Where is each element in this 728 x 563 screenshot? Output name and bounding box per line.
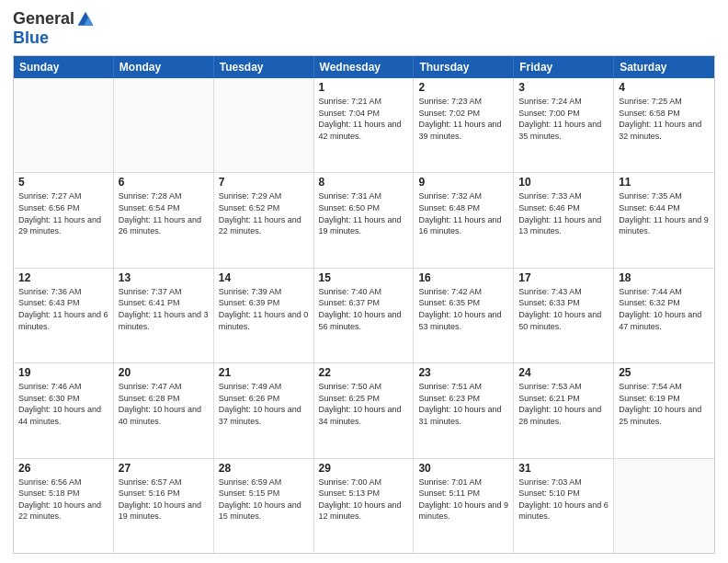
calendar-cell: 30Sunrise: 7:01 AM Sunset: 5:11 PM Dayli… [414,459,514,553]
calendar-header: SundayMondayTuesdayWednesdayThursdayFrid… [14,56,714,78]
day-number: 14 [219,271,309,284]
day-info: Sunrise: 7:31 AM Sunset: 6:50 PM Dayligh… [319,190,409,236]
header-day-tuesday: Tuesday [214,56,314,78]
day-number: 20 [119,366,209,379]
day-number: 30 [418,462,508,475]
calendar-body: 1Sunrise: 7:21 AM Sunset: 7:04 PM Daylig… [14,78,714,553]
calendar-row-0: 1Sunrise: 7:21 AM Sunset: 7:04 PM Daylig… [14,78,714,172]
calendar-cell: 15Sunrise: 7:40 AM Sunset: 6:37 PM Dayli… [314,269,415,362]
day-info: Sunrise: 7:42 AM Sunset: 6:35 PM Dayligh… [418,286,508,332]
day-number: 26 [18,462,108,475]
day-number: 4 [619,81,710,94]
calendar-cell: 13Sunrise: 7:37 AM Sunset: 6:41 PM Dayli… [114,269,214,362]
calendar-cell: 5Sunrise: 7:27 AM Sunset: 6:56 PM Daylig… [14,173,114,267]
day-info: Sunrise: 7:54 AM Sunset: 6:19 PM Dayligh… [619,381,710,427]
day-info: Sunrise: 7:43 AM Sunset: 6:33 PM Dayligh… [518,286,609,332]
day-number: 11 [619,176,710,189]
day-number: 21 [219,366,309,379]
day-info: Sunrise: 7:21 AM Sunset: 7:04 PM Dayligh… [319,96,409,142]
calendar-cell: 27Sunrise: 6:57 AM Sunset: 5:16 PM Dayli… [114,459,214,553]
day-number: 29 [319,462,409,475]
day-info: Sunrise: 7:23 AM Sunset: 7:02 PM Dayligh… [418,96,508,142]
day-info: Sunrise: 7:24 AM Sunset: 7:00 PM Dayligh… [518,96,609,142]
day-info: Sunrise: 7:46 AM Sunset: 6:30 PM Dayligh… [18,381,108,427]
day-info: Sunrise: 7:50 AM Sunset: 6:25 PM Dayligh… [319,381,409,427]
day-number: 3 [518,81,609,94]
day-number: 1 [319,81,409,94]
calendar-row-2: 12Sunrise: 7:36 AM Sunset: 6:43 PM Dayli… [14,268,714,362]
calendar-cell: 7Sunrise: 7:29 AM Sunset: 6:52 PM Daylig… [214,173,314,267]
calendar-cell: 31Sunrise: 7:03 AM Sunset: 5:10 PM Dayli… [514,459,614,553]
day-number: 6 [119,176,209,189]
calendar-row-4: 26Sunrise: 6:56 AM Sunset: 5:18 PM Dayli… [14,458,714,553]
calendar-cell: 2Sunrise: 7:23 AM Sunset: 7:02 PM Daylig… [414,78,514,172]
calendar: SundayMondayTuesdayWednesdayThursdayFrid… [13,55,715,554]
day-number: 28 [219,462,309,475]
page-container: General Blue SundayMondayTuesdayWednesda… [0,0,728,563]
calendar-cell [214,78,314,172]
day-info: Sunrise: 6:57 AM Sunset: 5:16 PM Dayligh… [119,477,209,523]
day-info: Sunrise: 7:35 AM Sunset: 6:44 PM Dayligh… [619,190,710,236]
day-number: 16 [418,271,508,284]
logo-blue-text: Blue [13,29,49,48]
logo: General Blue [13,9,95,48]
day-info: Sunrise: 7:44 AM Sunset: 6:32 PM Dayligh… [619,286,710,332]
day-info: Sunrise: 7:39 AM Sunset: 6:39 PM Dayligh… [219,286,309,332]
day-number: 8 [319,176,409,189]
calendar-cell [114,78,214,172]
day-number: 22 [319,366,409,379]
day-number: 23 [418,366,508,379]
day-info: Sunrise: 7:01 AM Sunset: 5:11 PM Dayligh… [418,477,508,523]
calendar-cell: 28Sunrise: 6:59 AM Sunset: 5:15 PM Dayli… [214,459,314,553]
calendar-cell [614,459,714,553]
calendar-cell: 22Sunrise: 7:50 AM Sunset: 6:25 PM Dayli… [314,363,415,457]
calendar-row-1: 5Sunrise: 7:27 AM Sunset: 6:56 PM Daylig… [14,172,714,267]
day-number: 31 [518,462,609,475]
day-info: Sunrise: 7:27 AM Sunset: 6:56 PM Dayligh… [18,190,108,236]
calendar-cell: 24Sunrise: 7:53 AM Sunset: 6:21 PM Dayli… [514,363,614,457]
day-number: 27 [119,462,209,475]
day-info: Sunrise: 7:00 AM Sunset: 5:13 PM Dayligh… [319,477,409,523]
day-info: Sunrise: 7:25 AM Sunset: 6:58 PM Dayligh… [619,96,710,142]
day-info: Sunrise: 7:51 AM Sunset: 6:23 PM Dayligh… [418,381,508,427]
calendar-cell: 9Sunrise: 7:32 AM Sunset: 6:48 PM Daylig… [414,173,514,267]
header-day-thursday: Thursday [414,56,514,78]
day-number: 19 [18,366,108,379]
day-info: Sunrise: 7:49 AM Sunset: 6:26 PM Dayligh… [219,381,309,427]
day-info: Sunrise: 7:37 AM Sunset: 6:41 PM Dayligh… [119,286,209,332]
calendar-cell: 29Sunrise: 7:00 AM Sunset: 5:13 PM Dayli… [314,459,415,553]
day-number: 5 [18,176,108,189]
calendar-cell: 18Sunrise: 7:44 AM Sunset: 6:32 PM Dayli… [614,269,714,362]
logo-general-text: General [13,9,74,29]
calendar-cell: 10Sunrise: 7:33 AM Sunset: 6:46 PM Dayli… [514,173,614,267]
calendar-cell: 14Sunrise: 7:39 AM Sunset: 6:39 PM Dayli… [214,269,314,362]
calendar-cell: 4Sunrise: 7:25 AM Sunset: 6:58 PM Daylig… [614,78,714,172]
calendar-cell: 26Sunrise: 6:56 AM Sunset: 5:18 PM Dayli… [14,459,114,553]
calendar-cell: 23Sunrise: 7:51 AM Sunset: 6:23 PM Dayli… [414,363,514,457]
calendar-cell: 25Sunrise: 7:54 AM Sunset: 6:19 PM Dayli… [614,363,714,457]
day-info: Sunrise: 7:53 AM Sunset: 6:21 PM Dayligh… [518,381,609,427]
calendar-cell: 21Sunrise: 7:49 AM Sunset: 6:26 PM Dayli… [214,363,314,457]
calendar-cell: 17Sunrise: 7:43 AM Sunset: 6:33 PM Dayli… [514,269,614,362]
calendar-cell: 16Sunrise: 7:42 AM Sunset: 6:35 PM Dayli… [414,269,514,362]
calendar-row-3: 19Sunrise: 7:46 AM Sunset: 6:30 PM Dayli… [14,362,714,457]
logo-icon [76,10,95,29]
day-info: Sunrise: 7:36 AM Sunset: 6:43 PM Dayligh… [18,286,108,332]
day-info: Sunrise: 7:47 AM Sunset: 6:28 PM Dayligh… [119,381,209,427]
day-number: 24 [518,366,609,379]
calendar-cell: 6Sunrise: 7:28 AM Sunset: 6:54 PM Daylig… [114,173,214,267]
day-info: Sunrise: 7:28 AM Sunset: 6:54 PM Dayligh… [119,190,209,236]
header-day-friday: Friday [514,56,614,78]
header-day-monday: Monday [114,56,214,78]
header-day-wednesday: Wednesday [314,56,415,78]
day-info: Sunrise: 6:56 AM Sunset: 5:18 PM Dayligh… [18,477,108,523]
day-number: 13 [119,271,209,284]
calendar-cell [14,78,114,172]
calendar-cell: 11Sunrise: 7:35 AM Sunset: 6:44 PM Dayli… [614,173,714,267]
calendar-cell: 3Sunrise: 7:24 AM Sunset: 7:00 PM Daylig… [514,78,614,172]
day-info: Sunrise: 7:03 AM Sunset: 5:10 PM Dayligh… [518,477,609,523]
day-number: 9 [418,176,508,189]
header: General Blue [13,9,715,48]
day-number: 10 [518,176,609,189]
day-number: 18 [619,271,710,284]
